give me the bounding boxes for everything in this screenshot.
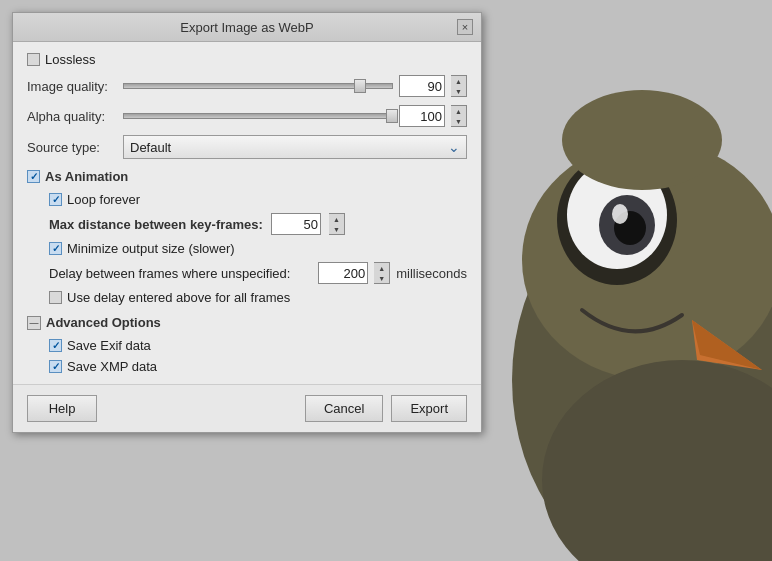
source-type-dropdown[interactable]: Default ⌄ <box>123 135 467 159</box>
svg-point-6 <box>612 204 628 224</box>
lossless-checkbox[interactable] <box>27 53 40 66</box>
dialog-footer: Help Cancel Export <box>13 384 481 432</box>
delay-spin-down[interactable]: ▼ <box>374 273 389 283</box>
milliseconds-label: milliseconds <box>396 266 467 281</box>
alpha-quality-label: Alpha quality: <box>27 109 117 124</box>
dropdown-arrow-icon: ⌄ <box>448 139 460 155</box>
source-type-row: Source type: Default ⌄ <box>27 135 467 159</box>
save-xmp-row[interactable]: Save XMP data <box>49 359 467 374</box>
advanced-collapse-button[interactable]: — <box>27 316 41 330</box>
delay-spinbox-arrows: ▲ ▼ <box>374 262 390 284</box>
lossless-label: Lossless <box>45 52 96 67</box>
keyframe-spinbox-arrows: ▲ ▼ <box>329 213 345 235</box>
cancel-button[interactable]: Cancel <box>305 395 383 422</box>
advanced-options-section: — Advanced Options <box>27 315 467 330</box>
export-button[interactable]: Export <box>391 395 467 422</box>
loop-forever-row[interactable]: Loop forever <box>49 192 467 207</box>
export-dialog: Export Image as WebP × Lossless Image qu… <box>12 12 482 433</box>
help-button[interactable]: Help <box>27 395 97 422</box>
delay-spin-up[interactable]: ▲ <box>374 263 389 273</box>
minimize-output-row[interactable]: Minimize output size (slower) <box>49 241 467 256</box>
alpha-quality-input[interactable] <box>399 105 445 127</box>
as-animation-checkbox[interactable] <box>27 170 40 183</box>
dialog-titlebar: Export Image as WebP × <box>13 13 481 42</box>
alpha-quality-spin-down[interactable]: ▼ <box>451 116 466 126</box>
close-button[interactable]: × <box>457 19 473 35</box>
keyframe-label: Max distance between key-frames: <box>49 217 263 232</box>
minimize-output-checkbox[interactable] <box>49 242 62 255</box>
dialog-title: Export Image as WebP <box>37 20 457 35</box>
advanced-options-label: Advanced Options <box>46 315 161 330</box>
lossless-row[interactable]: Lossless <box>27 52 467 67</box>
source-type-label: Source type: <box>27 140 117 155</box>
image-quality-label: Image quality: <box>27 79 117 94</box>
save-exif-row[interactable]: Save Exif data <box>49 338 467 353</box>
keyframe-spin-down[interactable]: ▼ <box>329 224 344 234</box>
image-quality-spin-down[interactable]: ▼ <box>451 86 466 96</box>
image-quality-thumb[interactable] <box>354 79 366 93</box>
save-xmp-checkbox[interactable] <box>49 360 62 373</box>
loop-forever-label: Loop forever <box>67 192 140 207</box>
save-xmp-label: Save XMP data <box>67 359 157 374</box>
alpha-quality-thumb[interactable] <box>386 109 398 123</box>
keyframe-input[interactable] <box>271 213 321 235</box>
alpha-quality-spin-up[interactable]: ▲ <box>451 106 466 116</box>
use-delay-row[interactable]: Use delay entered above for all frames <box>49 290 467 305</box>
image-quality-spin-up[interactable]: ▲ <box>451 76 466 86</box>
save-exif-label: Save Exif data <box>67 338 151 353</box>
loop-forever-checkbox[interactable] <box>49 193 62 206</box>
delay-row: Delay between frames where unspecified: … <box>49 262 467 284</box>
image-quality-input[interactable] <box>399 75 445 97</box>
svg-point-8 <box>562 90 722 190</box>
keyframe-row: Max distance between key-frames: ▲ ▼ <box>49 213 467 235</box>
image-quality-row: Image quality: ▲ ▼ <box>27 75 467 97</box>
use-delay-checkbox[interactable] <box>49 291 62 304</box>
footer-right-buttons: Cancel Export <box>305 395 467 422</box>
source-type-value: Default <box>130 140 171 155</box>
as-animation-label: As Animation <box>45 169 128 184</box>
alpha-quality-spinbox-arrows: ▲ ▼ <box>451 105 467 127</box>
use-delay-label: Use delay entered above for all frames <box>67 290 290 305</box>
dialog-body: Lossless Image quality: ▲ ▼ Alpha qualit… <box>13 42 481 384</box>
minimize-output-label: Minimize output size (slower) <box>67 241 235 256</box>
delay-input[interactable] <box>318 262 368 284</box>
save-exif-checkbox[interactable] <box>49 339 62 352</box>
as-animation-section: As Animation <box>27 169 467 184</box>
animation-options: Loop forever Max distance between key-fr… <box>27 192 467 305</box>
advanced-options-content: Save Exif data Save XMP data <box>27 338 467 374</box>
mascot-decoration <box>452 0 772 561</box>
image-quality-slider[interactable] <box>123 83 393 89</box>
delay-label: Delay between frames where unspecified: <box>49 266 312 281</box>
keyframe-spin-up[interactable]: ▲ <box>329 214 344 224</box>
alpha-quality-row: Alpha quality: ▲ ▼ <box>27 105 467 127</box>
image-quality-spinbox-arrows: ▲ ▼ <box>451 75 467 97</box>
alpha-quality-slider[interactable] <box>123 113 393 119</box>
